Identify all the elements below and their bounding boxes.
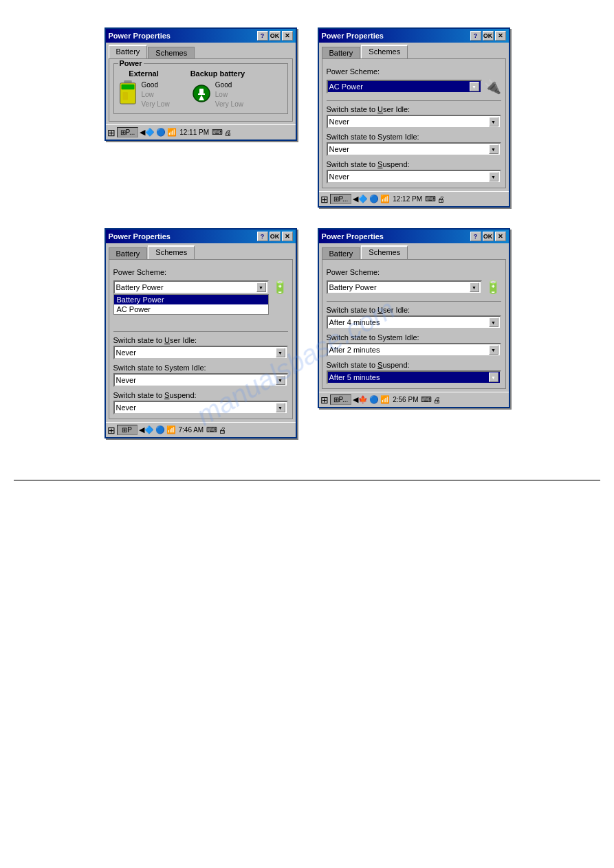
suspend-arrow-2[interactable]: ▼ (489, 172, 498, 181)
tab-schemes-3[interactable]: Schemes (148, 245, 195, 259)
ok-button-4[interactable]: OK (483, 232, 494, 241)
tab-schemes-4[interactable]: Schemes (361, 245, 408, 259)
taskbar-item-3[interactable]: ⊞P (117, 425, 138, 435)
tab-battery-4[interactable]: Battery (322, 247, 361, 259)
sys-idle-arrow-3[interactable]: ▼ (276, 375, 285, 385)
scheme-arrow-2[interactable]: ▼ (470, 82, 479, 91)
backup-header: Backup battery (190, 69, 245, 78)
divider-4 (327, 301, 501, 302)
dropdown-item-battery[interactable]: Battery Power (114, 295, 268, 304)
tab-schemes-1[interactable]: Schemes (148, 47, 195, 58)
taskbar-print-4[interactable]: 🖨 (433, 396, 441, 404)
user-idle-select-3[interactable]: Never ▼ (113, 346, 288, 359)
scheme-select-container-2[interactable]: AC Power ▼ (327, 80, 482, 93)
user-idle-container-2[interactable]: Never ▼ (327, 115, 501, 129)
suspend-arrow-3[interactable]: ▼ (276, 403, 285, 412)
taskbar-nav-1[interactable]: ◀🔷 (140, 128, 155, 137)
tab-battery-3[interactable]: Battery (109, 247, 148, 259)
taskbar-kbd-2[interactable]: ⌨ (425, 194, 436, 203)
suspend-label-3: Switch state to Suspend: (113, 391, 288, 399)
scheme-dropdown-3[interactable]: Battery Power AC Power (113, 294, 269, 315)
dialog-2: Power Properties ? OK ✕ Battery Schemes … (318, 27, 510, 208)
user-idle-arrow-4[interactable]: ▼ (489, 318, 498, 327)
scheme-select-4[interactable]: Battery Power ▼ (327, 280, 482, 294)
taskbar-item-2[interactable]: ⊞P... (330, 194, 352, 204)
user-idle-arrow-3[interactable]: ▼ (276, 348, 285, 357)
tab-battery-2[interactable]: Battery (322, 47, 361, 58)
taskbar-bt-2: 🔵 (369, 194, 379, 203)
taskbar-clock-2: 12:12 PM (393, 195, 422, 203)
suspend-select-2[interactable]: Never ▼ (327, 170, 501, 183)
sys-idle-arrow-4[interactable]: ▼ (489, 345, 498, 355)
ok-button-1[interactable]: OK (270, 31, 281, 41)
user-idle-select-2[interactable]: Never ▼ (327, 115, 501, 129)
start-icon-3[interactable]: ⊞ (107, 425, 116, 436)
taskbar-kbd-4[interactable]: ⌨ (421, 395, 432, 404)
taskbar-print-2[interactable]: 🖨 (437, 195, 445, 203)
scheme-label-3: Power Scheme: (113, 268, 288, 276)
start-icon-4[interactable]: ⊞ (320, 394, 329, 405)
suspend-container-4[interactable]: After 5 minutes ▼ (327, 370, 501, 384)
tab-schemes-2[interactable]: Schemes (361, 45, 408, 58)
start-icon-1[interactable]: ⊞ (107, 127, 116, 138)
sys-idle-container-2[interactable]: Never ▼ (327, 142, 501, 156)
close-button-4[interactable]: ✕ (495, 232, 506, 241)
close-button-3[interactable]: ✕ (282, 232, 293, 241)
user-idle-arrow-2[interactable]: ▼ (489, 117, 498, 126)
scheme-select-2[interactable]: AC Power ▼ (327, 80, 482, 93)
taskbar-item-4[interactable]: ⊞P... (330, 394, 352, 405)
title-bar-1[interactable]: Power Properties ? OK ✕ (106, 29, 296, 43)
scheme-value-4: Battery Power (329, 283, 377, 291)
sys-idle-arrow-2[interactable]: ▼ (489, 144, 498, 154)
page-container: Power Properties ? OK ✕ Battery Schemes … (0, 0, 614, 509)
sys-idle-select-4[interactable]: After 2 minutes ▼ (327, 343, 501, 357)
help-button-1[interactable]: ? (257, 31, 268, 41)
svg-rect-6 (199, 89, 204, 94)
tab-battery-1[interactable]: Battery (109, 45, 148, 58)
taskbar-kbd-3[interactable]: ⌨ (206, 425, 217, 434)
suspend-container-2[interactable]: Never ▼ (327, 170, 501, 183)
ok-button-3[interactable]: OK (270, 232, 281, 241)
scheme-arrow-3[interactable]: ▼ (256, 282, 266, 292)
taskbar-nav-2[interactable]: ◀🔷 (353, 194, 368, 203)
title-bar-3[interactable]: Power Properties ? OK ✕ (106, 230, 296, 243)
taskbar-kbd-1[interactable]: ⌨ (212, 128, 223, 137)
taskbar-print-3[interactable]: 🖨 (219, 426, 226, 434)
sys-idle-select-2[interactable]: Never ▼ (327, 142, 501, 156)
user-idle-container-4[interactable]: After 4 minutes ▼ (327, 315, 501, 329)
taskbar-nav-3[interactable]: ◀🔷 (139, 425, 154, 434)
dropdown-item-ac[interactable]: AC Power (114, 304, 268, 314)
title-buttons-1: ? OK ✕ (257, 31, 293, 41)
close-button-2[interactable]: ✕ (495, 31, 506, 41)
taskbar-print-1[interactable]: 🖨 (224, 129, 232, 137)
scheme-select-3[interactable]: Battery Power ▼ (113, 280, 269, 294)
dialog-title-4: Power Properties (322, 232, 384, 241)
sys-idle-row-2: Never ▼ (327, 142, 501, 156)
suspend-select-4[interactable]: After 5 minutes ▼ (327, 370, 501, 384)
suspend-container-3[interactable]: Never ▼ (113, 401, 288, 414)
user-idle-container-3[interactable]: Never ▼ (113, 346, 288, 359)
title-bar-4[interactable]: Power Properties ? OK ✕ (319, 230, 509, 243)
suspend-arrow-4[interactable]: ▼ (489, 372, 498, 382)
sys-idle-select-3[interactable]: Never ▼ (113, 373, 288, 387)
taskbar-nav-4[interactable]: ◀🍁 (353, 395, 368, 404)
scheme-arrow-4[interactable]: ▼ (470, 282, 479, 292)
suspend-select-3[interactable]: Never ▼ (113, 401, 288, 414)
sys-idle-container-4[interactable]: After 2 minutes ▼ (327, 343, 501, 357)
help-button-3[interactable]: ? (257, 232, 268, 241)
taskbar-clock-1: 12:11 PM (179, 129, 209, 136)
close-button-1[interactable]: ✕ (282, 31, 293, 41)
scheme-select-container-3[interactable]: Battery Power ▼ Battery Power AC Power (113, 280, 269, 294)
backup-status: Good Low Very Low (215, 80, 243, 109)
sys-idle-row-3: Never ▼ (113, 373, 288, 387)
help-button-2[interactable]: ? (470, 31, 481, 41)
scheme-select-container-4[interactable]: Battery Power ▼ (327, 280, 482, 294)
taskbar-item-1[interactable]: ⊞P... (117, 127, 139, 137)
help-button-4[interactable]: ? (470, 232, 481, 241)
start-icon-2[interactable]: ⊞ (320, 194, 329, 205)
sys-idle-container-3[interactable]: Never ▼ (113, 373, 288, 387)
taskbar-signal-3: 📶 (166, 425, 176, 434)
user-idle-select-4[interactable]: After 4 minutes ▼ (327, 315, 501, 329)
title-bar-2[interactable]: Power Properties ? OK ✕ (319, 29, 509, 43)
ok-button-2[interactable]: OK (483, 31, 494, 41)
